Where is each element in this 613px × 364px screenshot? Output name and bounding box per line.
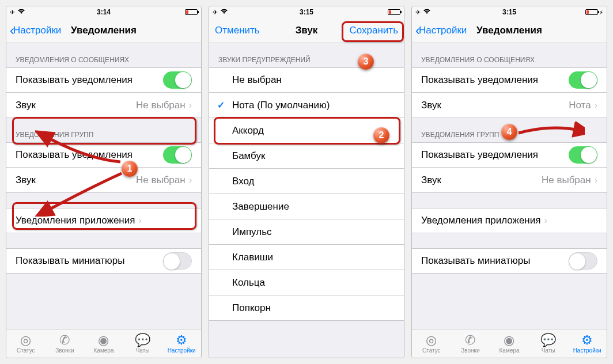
cell-label: Звук	[421, 175, 441, 186]
sound-option[interactable]: Вход	[209, 169, 404, 194]
sound-list: ЗВУКИ ПРЕДУПРЕЖДЕНИЙ Не выбран ✓ Нота (П…	[209, 43, 404, 358]
sound-label: Импульс	[232, 226, 272, 238]
show-thumbnails-row[interactable]: Показывать миниатюры	[6, 248, 201, 274]
screenshot-2: ✈︎ 3:15 Отменить Звук Сохранить ЗВУКИ ПР…	[209, 6, 404, 358]
sound-option[interactable]: Кольца	[209, 270, 404, 295]
sound-label: Завершение	[232, 201, 289, 213]
tab-label: Звонки	[461, 347, 479, 354]
content: УВЕДОМЛЕНИЯ О СООБЩЕНИЯХ Показывать увед…	[412, 43, 607, 329]
checkmark-icon: ✓	[217, 100, 229, 111]
section-header-messages: УВЕДОМЛЕНИЯ О СООБЩЕНИЯХ	[6, 43, 201, 67]
tab-label: Статус	[17, 347, 35, 354]
tab-label: Камера	[94, 347, 114, 354]
status-icon: ◎	[20, 334, 31, 347]
clock: 3:15	[478, 8, 542, 16]
tab-calls[interactable]: ✆Звонки	[46, 329, 85, 358]
toggle-switch[interactable]	[569, 71, 597, 89]
tab-label: Статус	[422, 347, 441, 354]
show-group-notifications-row[interactable]: Показывать уведомления	[412, 142, 607, 168]
cell-label: Показывать миниатюры	[421, 255, 530, 267]
chevron-right-icon: ›	[595, 175, 597, 185]
battery-icon	[185, 9, 198, 15]
tab-bar: ◎Статус ✆Звонки ◉Камера 💬Чаты ⚙Настройки	[6, 329, 201, 358]
sound-option[interactable]: Аккорд	[209, 118, 404, 143]
sound-option-selected[interactable]: ✓ Нота (По умолчанию)	[209, 93, 404, 118]
battery-icon	[388, 9, 400, 15]
tab-label: Чаты	[136, 347, 150, 354]
show-group-notifications-row[interactable]: Показывать уведомления	[6, 142, 201, 168]
show-notifications-row[interactable]: Показывать уведомления	[412, 67, 607, 93]
chevron-right-icon: ›	[595, 100, 597, 111]
tab-chats[interactable]: 💬Чаты	[529, 329, 568, 358]
wifi-icon	[423, 9, 431, 16]
screenshot-1: ✈︎ 3:14 ‹ Настройки Уведомления УВЕДОМЛЕ…	[6, 6, 202, 358]
tab-camera[interactable]: ◉Камера	[490, 329, 529, 358]
cell-value: Нота	[569, 100, 591, 111]
sound-row-groups[interactable]: Звук Не выбран ›	[412, 168, 607, 193]
cell-label: Уведомления приложения	[16, 215, 135, 226]
cell-label: Показывать уведомления	[16, 149, 133, 161]
sound-option[interactable]: Попкорн	[209, 295, 404, 321]
toggle-switch[interactable]	[163, 146, 192, 164]
sound-label: Кольца	[232, 277, 265, 289]
chevron-right-icon: ›	[189, 175, 192, 185]
wifi-icon	[220, 9, 228, 16]
sound-option[interactable]: Не выбран	[209, 67, 404, 93]
tab-chats[interactable]: 💬Чаты	[123, 329, 162, 358]
cell-label: Показывать уведомления	[16, 74, 133, 86]
tab-label: Чаты	[542, 347, 555, 354]
tab-status[interactable]: ◎Статус	[6, 329, 46, 358]
app-notifications-row[interactable]: Уведомления приложения ›	[412, 208, 607, 233]
toggle-switch[interactable]	[569, 252, 597, 270]
show-notifications-row[interactable]: Показывать уведомления	[6, 67, 201, 93]
cell-label: Показывать уведомления	[421, 74, 538, 86]
sound-label: Клавиши	[232, 252, 273, 263]
status-icon: ◎	[426, 334, 437, 347]
toggle-switch[interactable]	[163, 252, 192, 270]
tab-label: Звонки	[55, 347, 74, 354]
sound-label: Нота (По умолчанию)	[232, 100, 330, 111]
sound-option[interactable]: Завершение	[209, 194, 404, 219]
sound-label: Аккорд	[232, 125, 264, 136]
back-button[interactable]: ‹ Настройки	[6, 24, 61, 37]
cancel-button[interactable]: Отменить	[209, 25, 260, 36]
status-bar: ✈︎ 3:15 ⚡︎	[412, 6, 607, 18]
battery-icon	[585, 9, 598, 15]
sound-option[interactable]: Импульс	[209, 219, 404, 245]
sound-row-messages[interactable]: Звук Не выбран ›	[6, 93, 201, 118]
show-thumbnails-row[interactable]: Показывать миниатюры	[412, 248, 607, 274]
airplane-icon: ✈︎	[415, 9, 421, 16]
toggle-switch[interactable]	[569, 146, 597, 164]
section-header-messages: УВЕДОМЛЕНИЯ О СООБЩЕНИЯХ	[412, 43, 607, 67]
tab-status[interactable]: ◎Статус	[412, 329, 451, 358]
chevron-right-icon: ›	[138, 215, 141, 226]
content: УВЕДОМЛЕНИЯ О СООБЩЕНИЯХ Показывать увед…	[6, 43, 201, 329]
sound-option[interactable]: Бамбук	[209, 143, 404, 169]
chat-icon: 💬	[135, 334, 150, 347]
cell-label: Звук	[421, 100, 441, 111]
sound-label: Не выбран	[232, 74, 282, 86]
cell-value: Не выбран	[136, 100, 186, 111]
sound-label: Вход	[232, 176, 254, 187]
back-label: Настройки	[419, 25, 467, 36]
toggle-switch[interactable]	[163, 71, 192, 89]
nav-bar: ‹ Настройки Уведомления	[412, 18, 607, 43]
app-notifications-row[interactable]: Уведомления приложения ›	[6, 208, 201, 233]
tab-camera[interactable]: ◉Камера	[84, 329, 123, 358]
tab-settings[interactable]: ⚙Настройки	[162, 329, 201, 358]
phone-icon: ✆	[59, 334, 70, 347]
clock: 3:15	[275, 8, 339, 16]
gear-icon: ⚙	[176, 334, 187, 347]
sound-row-messages[interactable]: Звук Нота ›	[412, 93, 607, 118]
tab-calls[interactable]: ✆Звонки	[451, 329, 490, 358]
sound-row-groups[interactable]: Звук Не выбран ›	[6, 168, 201, 193]
tab-settings[interactable]: ⚙Настройки	[567, 329, 607, 358]
back-label: Настройки	[13, 25, 61, 36]
save-button[interactable]: Сохранить	[350, 25, 404, 36]
back-button[interactable]: ‹ Настройки	[412, 24, 467, 37]
sound-option[interactable]: Клавиши	[209, 245, 404, 270]
airplane-icon: ✈︎	[213, 9, 218, 16]
sound-label: Попкорн	[232, 302, 271, 314]
chevron-right-icon: ›	[189, 100, 192, 111]
section-header-groups: УВЕДОМЛЕНИЯ ГРУПП	[6, 118, 201, 142]
